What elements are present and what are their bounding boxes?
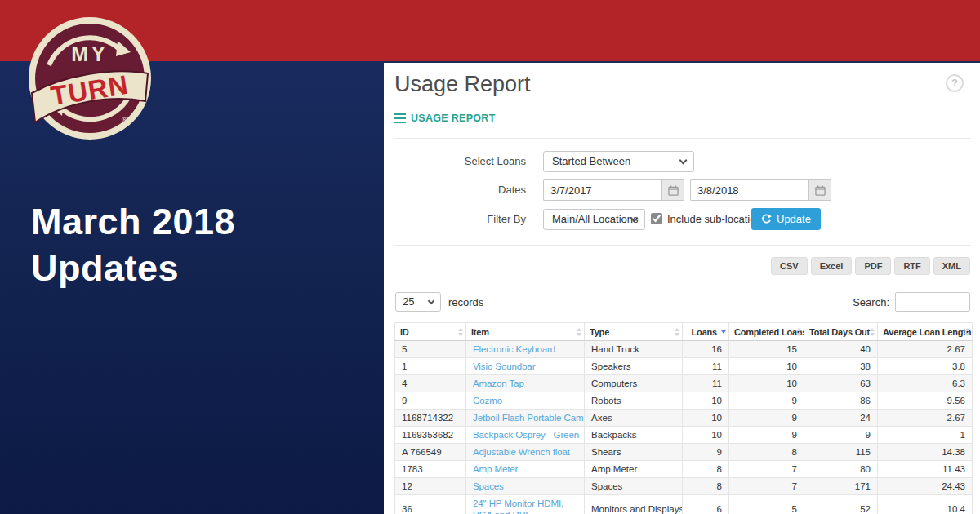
myturn-logo: MY TURN ®	[28, 16, 152, 140]
item-link[interactable]: Amazon Tap	[473, 379, 524, 388]
cell-days: 63	[804, 375, 878, 392]
cell-item: Amp Meter	[466, 461, 585, 478]
calendar-icon	[668, 185, 679, 196]
cell-completed: 8	[729, 444, 804, 461]
cell-avg: 10.4	[878, 495, 973, 514]
end-date-input[interactable]	[690, 179, 808, 201]
divider	[394, 138, 971, 139]
sort-desc-icon	[721, 330, 726, 334]
sort-icon	[675, 328, 679, 336]
export-csv-button[interactable]: CSV	[771, 257, 808, 275]
section-link-label: USAGE REPORT	[411, 113, 496, 124]
cell-loans: 10	[683, 427, 729, 444]
cell-id: 1	[395, 358, 466, 375]
cell-avg: 6.3	[878, 375, 973, 392]
search-input[interactable]	[895, 292, 970, 312]
cell-id: 1783	[395, 461, 466, 478]
cell-avg: 24.43	[878, 478, 973, 495]
export-xml-button[interactable]: XML	[933, 257, 970, 275]
cell-id: A 766549	[395, 444, 466, 461]
start-date-input[interactable]	[543, 179, 662, 201]
item-link[interactable]: Backpack Osprey - Green	[473, 430, 579, 440]
cell-days: 24	[804, 410, 878, 427]
item-link[interactable]: Electronic Keyboard	[473, 344, 555, 354]
end-date-calendar-button[interactable]	[808, 179, 831, 201]
update-button[interactable]: Update	[751, 208, 821, 230]
help-icon[interactable]: ?	[946, 74, 964, 92]
table-row: 1783 Amp Meter Amp Meter 8 7 80 11.43	[395, 461, 973, 478]
table-row: 9 Cozmo Robots 10 9 86 9.56	[395, 392, 973, 410]
cell-id: 1168714322	[395, 410, 466, 427]
cell-id: 12	[395, 478, 466, 495]
col-header-id[interactable]: ID	[395, 323, 466, 341]
item-link[interactable]: Cozmo	[473, 396, 502, 405]
col-header-completed-loans[interactable]: Completed Loans	[729, 323, 804, 341]
cell-item: Backpack Osprey - Green	[466, 427, 585, 444]
cell-completed: 10	[729, 375, 804, 392]
cell-id: 36	[395, 495, 466, 514]
export-pdf-button[interactable]: PDF	[855, 257, 891, 275]
cell-item: Electronic Keyboard	[466, 341, 585, 358]
sort-icon	[964, 328, 969, 336]
col-header-average-loan-length[interactable]: Average Loan Length	[878, 323, 973, 341]
cell-id: 4	[395, 375, 466, 392]
select-loans-label: Select Loans	[384, 151, 526, 172]
cell-avg: 3.8	[878, 358, 973, 375]
sort-icon	[796, 328, 801, 336]
cell-completed: 9	[729, 427, 804, 444]
table-row: A 766549 Adjustable Wrench float Shears …	[395, 444, 973, 461]
item-link[interactable]: Spaces	[473, 481, 504, 491]
cell-type: Spaces	[585, 478, 683, 495]
end-date-group	[690, 179, 831, 201]
table-row: 1 Visio Soundbar Speakers 11 10 38 3.8	[395, 358, 973, 375]
filter-by-value: Main/All Locations	[552, 213, 639, 225]
start-date-calendar-button[interactable]	[662, 179, 684, 201]
col-header-loans[interactable]: Loans	[683, 323, 729, 341]
refresh-icon	[761, 214, 772, 224]
col-header-item[interactable]: Item	[466, 323, 585, 341]
include-sublocations-checkbox[interactable]	[651, 213, 662, 224]
item-link[interactable]: Amp Meter	[473, 464, 518, 474]
table-row: 36 24" HP Monitor HDMI, VGA and DVI Moni…	[395, 495, 973, 514]
table-row: 5 Electronic Keyboard Hand Truck 16 15 4…	[395, 341, 973, 358]
cell-days: 52	[804, 495, 878, 514]
cell-type: Amp Meter	[585, 461, 683, 478]
cell-avg: 1	[878, 427, 973, 444]
item-link[interactable]: Visio Soundbar	[473, 361, 535, 371]
cell-days: 80	[804, 461, 878, 478]
headline: March 2018 Updates	[31, 198, 235, 291]
cell-loans: 8	[683, 478, 729, 495]
cell-days: 38	[804, 358, 878, 375]
page-size-value: 25	[403, 295, 414, 308]
page-size-dropdown[interactable]: 25	[395, 292, 441, 312]
cell-loans: 11	[683, 375, 729, 392]
cell-avg: 11.43	[878, 461, 973, 478]
registered-mark: ®	[122, 116, 127, 124]
cell-completed: 9	[729, 410, 804, 427]
chevron-down-icon	[679, 157, 688, 165]
item-link[interactable]: Adjustable Wrench float	[473, 447, 570, 457]
cell-avg: 9.56	[878, 392, 973, 410]
table-header-row: ID Item Type Loans Completed Loans Total…	[395, 323, 973, 341]
cell-days: 40	[804, 341, 878, 358]
col-header-total-days-out[interactable]: Total Days Out	[804, 323, 878, 341]
export-rtf-button[interactable]: RTF	[894, 257, 929, 275]
select-loans-dropdown[interactable]: Started Between	[543, 151, 694, 172]
table-row: 1169353682 Backpack Osprey - Green Backp…	[395, 427, 973, 444]
usage-table: ID Item Type Loans Completed Loans Total…	[394, 322, 973, 514]
cell-days: 171	[804, 478, 878, 495]
item-link[interactable]: Jetboil Flash Portable Camp	[473, 413, 585, 423]
cell-completed: 5	[729, 495, 804, 514]
cell-type: Monitors and Displays	[585, 495, 683, 514]
export-excel-button[interactable]: Excel	[811, 257, 853, 275]
filter-by-dropdown[interactable]: Main/All Locations	[543, 209, 645, 230]
dates-label: Dates	[384, 179, 526, 201]
usage-report-breadcrumb[interactable]: USAGE REPORT	[394, 113, 496, 124]
cell-type: Speakers	[585, 358, 683, 375]
logo-my-text: MY	[71, 42, 109, 65]
item-link[interactable]: 24" HP Monitor HDMI, VGA and DVI	[473, 498, 564, 514]
cell-avg: 2.67	[878, 410, 973, 427]
headline-line2: Updates	[31, 245, 235, 291]
col-header-type[interactable]: Type	[585, 323, 683, 341]
divider	[394, 245, 971, 246]
